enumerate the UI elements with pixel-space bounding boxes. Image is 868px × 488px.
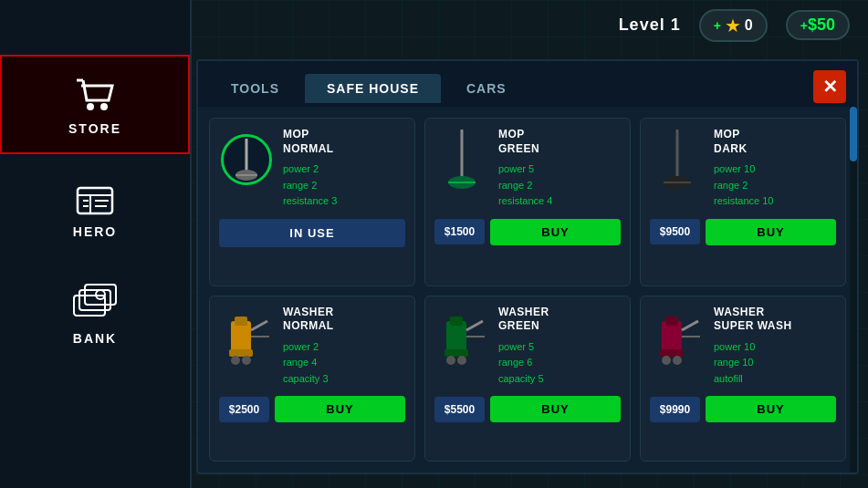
- scroll-thumb[interactable]: [850, 107, 857, 161]
- store-icon: [72, 73, 118, 114]
- item-card-mop-green: MOPGREEN power 5 range 2 resistance 4 $1…: [424, 118, 631, 286]
- item-stat-power-wg: power 5: [498, 339, 621, 356]
- svg-point-1: [87, 103, 94, 110]
- item-stat-power-ws: power 10: [714, 339, 836, 356]
- svg-point-42: [662, 356, 671, 365]
- item-bottom-mop-green: $1500 BUY: [434, 219, 621, 245]
- item-stat-range-wg: range 6: [498, 355, 621, 371]
- price-tag-washer-normal: $2500: [219, 397, 269, 422]
- item-bottom-washer-normal: $2500 BUY: [219, 396, 405, 422]
- buy-button-washer-superwash[interactable]: BUY: [706, 396, 836, 422]
- item-name-mop-dark: MOPDARK: [714, 128, 836, 156]
- svg-rect-27: [229, 349, 253, 357]
- buy-button-washer-green[interactable]: BUY: [490, 396, 621, 422]
- item-image-washer-green: [434, 306, 489, 369]
- item-stat-range: range 2: [283, 178, 405, 194]
- item-stat-range-wn: range 4: [283, 355, 405, 371]
- price-tag-mop-green: $1500: [434, 219, 485, 244]
- svg-point-29: [242, 356, 251, 365]
- item-top: MOPDARK power 10 range 2 resistance 10: [650, 128, 836, 210]
- svg-rect-38: [665, 317, 678, 326]
- item-name-mop-normal: MOPNORMAL: [283, 128, 405, 156]
- item-stat-capacity-wn: capacity 3: [283, 371, 405, 388]
- item-bottom-mop-dark: $9500 BUY: [650, 219, 836, 245]
- money-value: $50: [808, 16, 835, 35]
- svg-point-36: [457, 356, 466, 365]
- tabs-bar: TOOLS SAFE HOUSE CARS ✕: [198, 61, 857, 107]
- item-stat-power-g: power 5: [498, 161, 621, 178]
- svg-rect-37: [662, 321, 682, 353]
- item-stat-power-d: power 10: [714, 161, 836, 178]
- price-tag-washer-green: $5500: [434, 397, 485, 422]
- svg-rect-23: [231, 321, 251, 353]
- item-image-washer-normal: [219, 306, 274, 369]
- item-stat-range-g: range 2: [498, 178, 621, 194]
- item-stat-resistance: resistance 3: [283, 193, 405, 210]
- item-card-washer-superwash: WASHERSUPER WASH power 10 range 10 autof…: [640, 296, 846, 462]
- items-grid: MOPNORMAL power 2 range 2 resistance 3 I…: [198, 107, 857, 472]
- item-top: MOPNORMAL power 2 range 2 resistance 3: [219, 128, 405, 210]
- price-tag-washer-superwash: $9990: [650, 397, 700, 422]
- close-button[interactable]: ✕: [813, 70, 846, 103]
- svg-rect-31: [450, 317, 463, 326]
- tab-cars[interactable]: CARS: [444, 74, 528, 103]
- mop-circle: [221, 134, 272, 185]
- item-card-mop-dark: MOPDARK power 10 range 2 resistance 10 $…: [640, 118, 846, 286]
- item-image-mop-normal: [219, 128, 274, 192]
- sidebar-store-label: STORE: [68, 121, 121, 136]
- item-info-washer-normal: WASHERNORMAL power 2 range 4 capacity 3: [283, 306, 405, 388]
- svg-line-32: [466, 321, 483, 330]
- item-top: WASHERGREEN power 5 range 6 capacity 5: [434, 306, 621, 388]
- item-stat-resist-d: resistance 10: [714, 193, 836, 210]
- item-stat-range-d: range 2: [714, 178, 836, 194]
- item-name-washer-superwash: WASHERSUPER WASH: [714, 306, 836, 334]
- money-container: + $50: [786, 10, 850, 40]
- item-name-washer-green: WASHERGREEN: [498, 306, 621, 334]
- item-image-washer-superwash: [650, 306, 705, 369]
- item-info-mop-dark: MOPDARK power 10 range 2 resistance 10: [714, 128, 836, 210]
- money-plus-icon: +: [800, 18, 808, 33]
- item-stat-power: power 2: [283, 161, 405, 178]
- svg-line-39: [682, 321, 698, 330]
- item-stat-power-wn: power 2: [283, 339, 405, 356]
- svg-point-28: [231, 356, 240, 365]
- svg-rect-41: [660, 349, 684, 357]
- item-image-mop-dark: [650, 128, 705, 192]
- item-bottom-mop-normal: IN USE: [219, 219, 405, 247]
- star-icon: ★: [725, 15, 741, 36]
- item-top: WASHERSUPER WASH power 10 range 10 autof…: [650, 306, 836, 388]
- item-bottom-washer-green: $5500 BUY: [434, 396, 621, 422]
- sidebar-item-bank[interactable]: BANK: [0, 265, 190, 363]
- tab-safehouse[interactable]: SAFE HOUSE: [305, 74, 441, 103]
- item-info-mop-green: MOPGREEN power 5 range 2 resistance 4: [498, 128, 621, 210]
- hero-icon: [72, 181, 118, 217]
- buy-button-mop-green[interactable]: BUY: [490, 219, 621, 245]
- sidebar-item-store[interactable]: STORE: [0, 55, 190, 154]
- bank-icon: [70, 283, 120, 324]
- buy-button-washer-normal[interactable]: BUY: [275, 396, 405, 422]
- main-panel: TOOLS SAFE HOUSE CARS ✕ MOPNOR: [196, 59, 859, 474]
- buy-button-mop-dark[interactable]: BUY: [706, 219, 836, 245]
- stars-container: + ★ 0: [699, 9, 768, 42]
- top-bar: Level 1 + ★ 0 + $50: [0, 0, 868, 50]
- item-image-mop-green: [434, 128, 489, 192]
- svg-rect-24: [235, 317, 247, 326]
- svg-point-2: [100, 103, 108, 110]
- in-use-button[interactable]: IN USE: [219, 219, 405, 247]
- svg-rect-30: [446, 321, 466, 353]
- item-info-washer-superwash: WASHERSUPER WASH power 10 range 10 autof…: [714, 306, 836, 388]
- tab-tools[interactable]: TOOLS: [209, 74, 301, 103]
- item-card-washer-normal: WASHERNORMAL power 2 range 4 capacity 3 …: [209, 296, 415, 462]
- item-name-mop-green: MOPGREEN: [498, 128, 621, 156]
- item-bottom-washer-superwash: $9990 BUY: [650, 396, 836, 422]
- svg-point-43: [673, 356, 682, 365]
- item-info-washer-green: WASHERGREEN power 5 range 6 capacity 5: [498, 306, 621, 388]
- sidebar-item-hero[interactable]: HERO: [0, 163, 190, 256]
- level-label: Level 1: [619, 16, 681, 35]
- item-card-washer-green: WASHERGREEN power 5 range 6 capacity 5 $…: [424, 296, 631, 462]
- item-card-mop-normal: MOPNORMAL power 2 range 2 resistance 3 I…: [209, 118, 415, 286]
- scroll-track: [850, 107, 857, 472]
- svg-line-25: [251, 321, 267, 330]
- sidebar: STORE HERO BANK: [0, 0, 192, 488]
- item-top: WASHERNORMAL power 2 range 4 capacity 3: [219, 306, 405, 388]
